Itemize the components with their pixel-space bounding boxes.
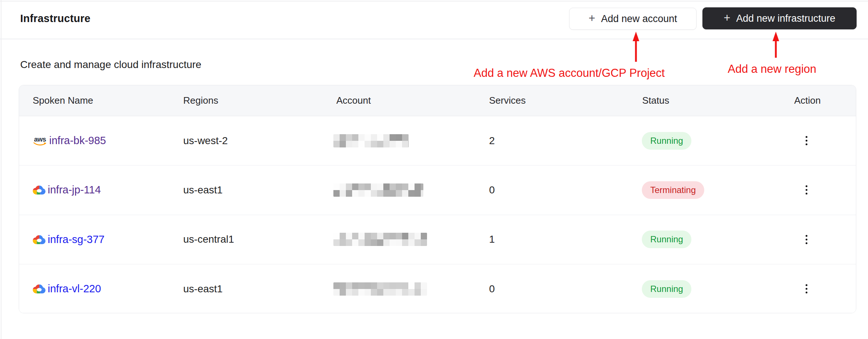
page-title: Infrastructure xyxy=(20,13,90,25)
status-cell: Terminating xyxy=(642,181,794,199)
table-row: infra-sg-377us-central11Running xyxy=(19,215,856,264)
account-cell xyxy=(333,282,489,296)
spoken-name-cell: infra-vl-220 xyxy=(33,283,183,295)
status-badge: Terminating xyxy=(642,181,704,199)
column-header-status: Status xyxy=(642,95,794,106)
kebab-menu-button[interactable] xyxy=(794,227,818,251)
infrastructure-link[interactable]: infra-bk-985 xyxy=(49,135,106,147)
account-cell xyxy=(333,233,489,246)
column-header-regions: Regions xyxy=(183,95,336,106)
add-new-account-label: Add new account xyxy=(601,13,677,25)
plus-icon: + xyxy=(724,12,730,24)
gcp-icon xyxy=(33,284,46,294)
plus-icon: + xyxy=(589,13,595,24)
redacted-account-blur xyxy=(333,183,423,197)
action-cell xyxy=(794,178,856,202)
table-header-row: Spoken NameRegionsAccountServicesStatusA… xyxy=(19,85,856,116)
account-cell xyxy=(333,183,489,197)
services-count-cell: 1 xyxy=(489,233,642,245)
column-header-account: Account xyxy=(336,95,489,106)
annotation-arrow-region xyxy=(773,32,779,58)
infrastructure-link[interactable]: infra-jp-114 xyxy=(48,184,101,196)
status-cell: Running xyxy=(642,132,794,150)
aws-icon: aws xyxy=(33,137,47,146)
table-row: infra-jp-114us-east10Terminating xyxy=(19,165,856,215)
infrastructure-link[interactable]: infra-vl-220 xyxy=(48,283,101,295)
redacted-account-blur xyxy=(333,134,409,147)
table-row: aws infra-bk-985us-west-22Running xyxy=(19,116,856,165)
services-count-cell: 2 xyxy=(489,135,642,147)
gcp-icon xyxy=(33,185,46,195)
add-new-account-button[interactable]: + Add new account xyxy=(569,8,697,30)
annotation-account-note: Add a new AWS account/GCP Project xyxy=(474,67,665,80)
services-count-cell: 0 xyxy=(489,283,642,295)
status-cell: Running xyxy=(642,280,794,298)
kebab-menu-button[interactable] xyxy=(794,277,818,301)
column-header-action: Action xyxy=(794,95,856,106)
table-row: infra-vl-220us-east10Running xyxy=(19,264,856,313)
header-divider xyxy=(0,39,868,39)
spoken-name-cell: infra-sg-377 xyxy=(33,233,183,246)
region-cell: us-central1 xyxy=(183,233,336,245)
action-cell xyxy=(794,129,856,153)
region-cell: us-east1 xyxy=(183,283,336,295)
column-header-services: Services xyxy=(489,95,642,106)
status-cell: Running xyxy=(642,231,794,248)
gcp-icon xyxy=(33,235,46,245)
table-body: aws infra-bk-985us-west-22Running infra-… xyxy=(19,116,856,313)
gcp-icon xyxy=(33,284,46,294)
page-subtitle: Create and manage cloud infrastructure xyxy=(20,59,201,71)
annotation-region-note: Add a new region xyxy=(728,63,816,76)
add-new-infrastructure-button[interactable]: + Add new infrastructure xyxy=(702,7,857,29)
spoken-name-cell: infra-jp-114 xyxy=(33,184,183,196)
annotation-arrow-account xyxy=(633,32,639,62)
redacted-account-blur xyxy=(333,282,427,296)
infrastructure-link[interactable]: infra-sg-377 xyxy=(48,233,105,246)
column-header-spoken-name: Spoken Name xyxy=(33,95,183,106)
gcp-icon xyxy=(33,185,46,195)
action-cell xyxy=(794,227,856,251)
gcp-icon xyxy=(33,235,46,245)
region-cell: us-east1 xyxy=(183,184,336,196)
account-cell xyxy=(333,134,489,147)
action-cell xyxy=(794,277,856,301)
kebab-menu-button[interactable] xyxy=(794,178,818,202)
status-badge: Running xyxy=(642,231,691,248)
status-badge: Running xyxy=(642,280,691,298)
infrastructure-table: Spoken NameRegionsAccountServicesStatusA… xyxy=(19,85,856,313)
content-left-divider xyxy=(1,0,1,339)
add-new-infrastructure-label: Add new infrastructure xyxy=(736,13,835,24)
kebab-menu-button[interactable] xyxy=(794,129,818,153)
window-top-divider xyxy=(0,1,868,1)
redacted-account-blur xyxy=(333,233,427,246)
status-badge: Running xyxy=(642,132,691,150)
services-count-cell: 0 xyxy=(489,184,642,196)
region-cell: us-west-2 xyxy=(183,135,336,147)
spoken-name-cell: aws infra-bk-985 xyxy=(33,135,183,147)
